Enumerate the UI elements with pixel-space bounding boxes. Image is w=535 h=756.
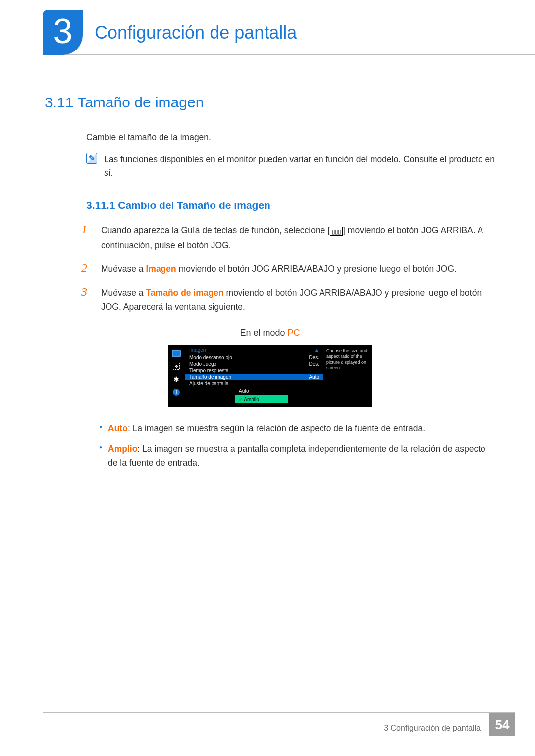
osd-row: Modo JuegoDes. bbox=[185, 361, 323, 367]
info-icon: i bbox=[173, 389, 180, 396]
bullet-rest: : La imagen se muestra según la relación… bbox=[128, 423, 425, 433]
osd-row-label: Modo descanso ojo bbox=[189, 355, 232, 360]
chapter-title: Configuración de pantalla bbox=[95, 22, 297, 43]
bullet-kw: Auto bbox=[108, 423, 128, 433]
size-icon: ✥ bbox=[173, 363, 180, 370]
osd-option: Amplio bbox=[235, 395, 288, 403]
chapter-number-badge: 3 bbox=[43, 10, 83, 55]
mode-caption: En el modo PC bbox=[45, 328, 495, 338]
osd-sidebar: ✥ ✱ i bbox=[168, 345, 185, 407]
note-block: ✎ Las funciones disponibles en el monito… bbox=[86, 153, 495, 180]
bullet-text: Auto: La imagen se muestra según la rela… bbox=[108, 421, 425, 436]
monitor-icon bbox=[172, 350, 181, 357]
page-number: 54 bbox=[489, 713, 515, 736]
step-body: Muévase a Tamaño de imagen moviendo el b… bbox=[101, 286, 495, 315]
osd-row-label: Tamaño de imagen bbox=[189, 374, 231, 380]
osd-row: Tiempo respuesta bbox=[185, 367, 323, 374]
osd-main-panel: Imagen ▲ Modo descanso ojoDes.Modo Juego… bbox=[185, 345, 323, 407]
subsection-heading: 3.11.1 Cambio del Tamaño de imagen bbox=[86, 200, 495, 211]
step-1: 1 Cuando aparezca la Guía de teclas de f… bbox=[81, 223, 495, 253]
osd-screenshot: ✥ ✱ i Imagen ▲ Modo descanso ojoDes.Modo… bbox=[168, 345, 372, 407]
note-text: Las funciones disponibles en el monitor … bbox=[104, 153, 495, 180]
page-footer: 3 Configuración de pantalla 54 bbox=[43, 712, 515, 736]
menu-button-icon: ▯▯▯ bbox=[330, 227, 343, 236]
osd-rows: Modo descanso ojoDes.Modo JuegoDes.Tiemp… bbox=[185, 354, 323, 387]
osd-row-value: Des. bbox=[309, 355, 319, 360]
bullet-item: ● Auto: La imagen se muestra según la re… bbox=[99, 421, 495, 436]
step-3-kw: Tamaño de imagen bbox=[146, 288, 223, 298]
osd-help-panel: Choose the size and aspect ratio of the … bbox=[323, 345, 372, 407]
osd-row: Modo descanso ojoDes. bbox=[185, 354, 323, 361]
bullet-kw: Amplio bbox=[108, 444, 137, 454]
step-3-a: Muévase a bbox=[101, 288, 146, 298]
osd-row-label: Ajuste de pantalla bbox=[189, 381, 229, 386]
osd-row: Ajuste de pantalla bbox=[185, 380, 323, 387]
section-body: 3.11 Tamaño de imagen Cambie el tamaño d… bbox=[45, 94, 495, 476]
step-list: 1 Cuando aparezca la Guía de teclas de f… bbox=[81, 223, 495, 315]
osd-submenu: AutoAmplio bbox=[235, 387, 288, 403]
step-2: 2 Muévase a Imagen moviendo el botón JOG… bbox=[81, 262, 495, 277]
osd-row-label: Tiempo respuesta bbox=[189, 368, 229, 373]
mode-kw: PC bbox=[288, 328, 300, 338]
bullet-list: ● Auto: La imagen se muestra según la re… bbox=[99, 421, 495, 470]
mode-prefix: En el modo bbox=[240, 328, 287, 338]
step-body: Cuando aparezca la Guía de teclas de fun… bbox=[101, 223, 495, 253]
gear-icon: ✱ bbox=[172, 376, 181, 383]
chapter-header: 3 Configuración de pantalla bbox=[43, 11, 535, 55]
footer-chapter-title: 3 Configuración de pantalla bbox=[384, 717, 481, 733]
section-heading: 3.11 Tamaño de imagen bbox=[45, 94, 495, 111]
bullet-text: Amplio: La imagen se muestra a pantalla … bbox=[108, 442, 495, 470]
step-body: Muévase a Imagen moviendo el botón JOG A… bbox=[101, 262, 457, 277]
step-3: 3 Muévase a Tamaño de imagen moviendo el… bbox=[81, 286, 495, 315]
osd-option: Auto bbox=[235, 387, 288, 395]
bullet-dot-icon: ● bbox=[99, 442, 102, 470]
osd-arrow-up-icon: ▲ bbox=[314, 347, 319, 353]
step-2-kw: Imagen bbox=[146, 264, 176, 274]
step-number: 3 bbox=[81, 286, 92, 315]
step-1-pre: Cuando aparezca la Guía de teclas de fun… bbox=[101, 225, 330, 235]
bullet-dot-icon: ● bbox=[99, 421, 102, 436]
osd-menu-title: Imagen bbox=[189, 347, 206, 353]
intro-paragraph: Cambie el tamaño de la imagen. bbox=[86, 131, 495, 144]
osd-row-label: Modo Juego bbox=[189, 361, 216, 367]
osd-row: Tamaño de imagenAuto bbox=[185, 374, 323, 380]
step-2-b: moviendo el botón JOG ARRIBA/ABAJO y pre… bbox=[176, 264, 457, 274]
osd-row-value: Des. bbox=[309, 361, 319, 367]
bullet-rest: : La imagen se muestra a pantalla comple… bbox=[108, 444, 485, 468]
note-icon: ✎ bbox=[86, 153, 97, 164]
step-2-a: Muévase a bbox=[101, 264, 146, 274]
step-number: 2 bbox=[81, 262, 92, 277]
bullet-item: ● Amplio: La imagen se muestra a pantall… bbox=[99, 442, 495, 470]
osd-menu-title-row: Imagen ▲ bbox=[185, 345, 323, 354]
osd-row-value: Auto bbox=[309, 374, 319, 380]
step-number: 1 bbox=[81, 223, 92, 253]
